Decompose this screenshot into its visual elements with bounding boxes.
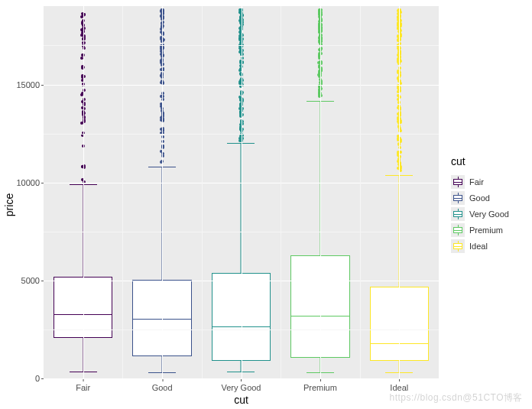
watermark-text: https://blog.csdn@51CTO博客 [389,391,523,404]
legend: cut FairGoodVery GoodPremiumIdeal [443,0,532,409]
legend-key-icon [451,175,465,189]
plot-panel [44,6,439,378]
chart-figure: price 050001000015000 cut FairGoodVery G… [0,0,532,409]
legend-item-good: Good [451,190,529,206]
y-tick-label: 10000 [16,178,40,187]
y-axis: price 050001000015000 [0,0,44,409]
y-tick-label: 5000 [21,276,40,285]
y-tick-label: 0 [35,374,40,383]
x-axis-label: cut [234,394,248,406]
legend-key-icon [451,223,465,237]
x-tick-label: Good [152,383,173,392]
legend-key-icon [451,239,465,253]
legend-label: Premium [469,226,503,235]
legend-label: Very Good [469,209,509,219]
x-axis: cut FairGoodVery GoodPremiumIdeal [44,378,439,406]
legend-label: Fair [469,177,484,187]
x-tick-label: Fair [76,383,90,392]
legend-label: Good [469,193,490,203]
legend-key-icon [451,191,465,205]
legend-item-ideal: Ideal [451,238,529,254]
plot-panel-wrap: cut FairGoodVery GoodPremiumIdeal [44,0,443,409]
x-tick-label: Very Good [222,383,261,392]
y-axis-label: price [3,193,15,216]
legend-label: Ideal [469,242,488,251]
y-tick-label: 15000 [16,80,40,89]
legend-key-icon [451,207,465,221]
legend-item-premium: Premium [451,222,529,238]
x-tick-label: Premium [303,383,337,392]
legend-item-very-good: Very Good [451,206,529,222]
legend-item-fair: Fair [451,174,529,190]
legend-title: cut [451,155,529,167]
